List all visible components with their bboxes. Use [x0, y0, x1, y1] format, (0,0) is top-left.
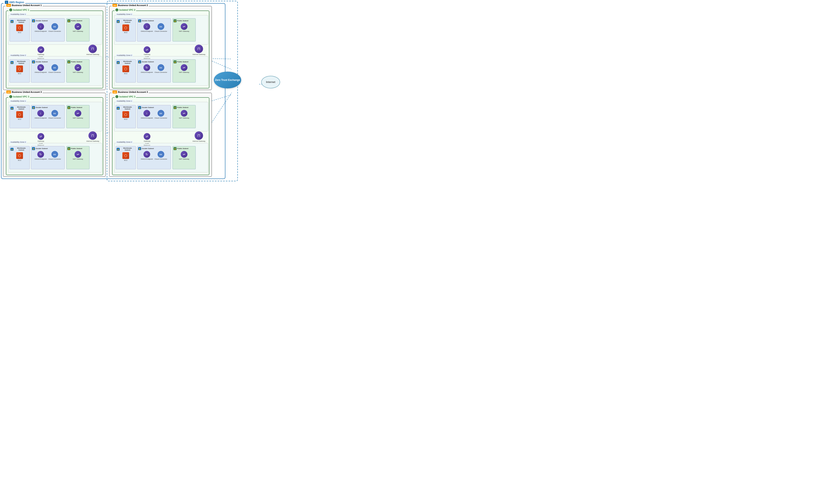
- aws-badge-3: aws: [6, 91, 11, 93]
- gwlb-4a2: ↻ GWLB Endpoint: [141, 151, 153, 160]
- cc-i-3a1: cc: [51, 110, 58, 116]
- zero-trust-exchange: Zero Trust Exchange: [214, 72, 241, 88]
- ec2-l-2az1: EC2: [124, 32, 127, 34]
- p2a2-label: Public Subnet: [177, 61, 188, 63]
- glb-i-3: ⇄: [37, 133, 44, 140]
- lb-z3a1: Zscaler Subnet: [36, 107, 48, 108]
- ec2-l-3a2: EC2: [18, 159, 21, 161]
- az1-l-3: Availability Zone 1: [10, 100, 27, 102]
- public-label: Public Subnet: [71, 20, 82, 22]
- vpc-name-2: Isolated VPC 2: [119, 8, 135, 11]
- nat-l-3a1: NAT Gateway: [73, 117, 83, 119]
- account-box-1: aws Business United Account 1 ⌂ Isolated…: [3, 6, 106, 90]
- az1-label-2: Availability Zone 1: [116, 13, 133, 15]
- ec2-2-az2: ⬡ EC2: [122, 66, 129, 74]
- igw-text-2: Internet Gateway: [193, 53, 205, 55]
- lb-w4a2: Workloads Subnet: [120, 147, 135, 151]
- vpc-box-3: ⌂ Isolated VPC 3 Availability Zone 1 🔒 W…: [6, 97, 103, 175]
- az1-box-1: Availability Zone 1 🔒 Workloads Subnet ⬡…: [8, 15, 102, 44]
- subnet-zscaler-2-az1: 🔒 Zscaler Subnet ↕ GWLB Endpoint cc Clou…: [137, 18, 171, 41]
- cc-3a2: cc Cloud Connector: [49, 151, 61, 160]
- gwlb-i-3a1: ↕: [37, 110, 44, 116]
- aws-region-label: ≡ AWS Region: [4, 1, 25, 4]
- vpc-n-4: Isolated VPC 3: [119, 95, 135, 98]
- sn-w3a1: 🔒 Workloads Subnet ⬡ EC2: [10, 105, 30, 128]
- igw-3: ⊓ Internet Gateway: [86, 131, 99, 142]
- nat-component: ⇌ NAT Gateway: [73, 23, 83, 32]
- sn-z4a1: 🔒 Zscaler Subnet ↕ GWLB Endpoint cc Clou…: [137, 105, 171, 128]
- cc-i-4a1: cc: [158, 110, 164, 116]
- az1-l-4: Availability Zone 1: [116, 100, 133, 102]
- nat-i-4a2: ⇌: [181, 151, 188, 158]
- ec2-l-3a1: EC2: [18, 118, 21, 120]
- lb-z3a2: Zscaler Subnet: [36, 148, 48, 149]
- cc-2-az1: cc Cloud Connector: [155, 23, 167, 32]
- sn-z3a2: 🔒 Zscaler Subnet ↻ GWLB Endpoint cc Clou…: [31, 146, 65, 169]
- nat-i-3a1: ⇌: [74, 110, 81, 116]
- aws-region-icon: ≡: [5, 1, 8, 4]
- az2-box-3: Availability Zone 2 🔒 Workloads Subnet ⬡…: [8, 143, 102, 173]
- vpc-box-1: ⌂ Isolated VPC 1 Availability Zone 1 🔒 W…: [6, 11, 103, 88]
- vpc-label-4: ⌂ Isolated VPC 3: [115, 95, 136, 98]
- sn-z3a1: 🔒 Zscaler Subnet ↕ GWLB Endpoint cc Clou…: [31, 105, 65, 128]
- ec2-icon-az2: ⬡: [16, 66, 23, 72]
- nat-l-3a2: NAT Gateway: [73, 158, 83, 160]
- nat-l-2az1: NAT Gateway: [179, 30, 189, 32]
- gwlb-i-4a1: ↕: [143, 110, 150, 116]
- ec2-icon: ⬡: [16, 24, 23, 31]
- lock-icon-2: 🔒: [32, 19, 35, 22]
- nat-i-2az2: ⇌: [181, 64, 188, 71]
- account-box-3: aws Business United Account 3 ⌂ Isolated…: [3, 93, 106, 177]
- glb-i-4: ⇄: [144, 133, 151, 140]
- gwlb-l-3a1: GWLB Endpoint: [35, 117, 47, 119]
- cc-l-2az1: Cloud Connector: [155, 30, 167, 32]
- gwlb-3a1: ↕ GWLB Endpoint: [35, 110, 47, 119]
- gwlb-4a1: ↕ GWLB Endpoint: [141, 110, 153, 119]
- cc-2-az2: cc Cloud Connector: [155, 64, 167, 73]
- nat-4a1: ⇌ NAT Gateway: [179, 110, 189, 119]
- z2a1-label: Zscaler Subnet: [142, 20, 154, 22]
- ec2-i-2az2: ⬡: [122, 66, 129, 72]
- nat-i-2az1: ⇌: [181, 23, 188, 30]
- gwlb-component: ↕ GWLB Endpoint: [35, 23, 47, 32]
- ec2-icon-2az1: ⬡: [122, 24, 129, 31]
- vpc-box-2: ⌂ Isolated VPC 2 Availability Zone 1 🔒 W…: [112, 11, 209, 88]
- nat-icon-az2: ⇌: [74, 64, 81, 71]
- account-label-2: aws Business United Account 2: [112, 4, 149, 7]
- lb-z4a1: Zscaler Subnet: [142, 107, 154, 108]
- az1-box-4: Availability Zone 1 🔒 Workloads Subnet ⬡…: [114, 102, 208, 131]
- subnet-workloads-2-az2: 🔒 Workloads Subnet ⬡ EC2: [116, 59, 136, 83]
- lk-z3a1: 🔒: [32, 106, 35, 109]
- cc-l-4a1: Cloud Connector: [155, 117, 167, 119]
- cc-i-2az2: cc: [158, 64, 164, 71]
- account-name-1: Business United Account 1: [12, 4, 42, 6]
- account-box-4: aws Business United Account 3 ⌂ Isolated…: [109, 93, 212, 177]
- igw-t-3: Internet Gateway: [86, 140, 99, 142]
- lk-p4a2: 🔒: [174, 147, 176, 150]
- nat-label: NAT Gateway: [73, 30, 83, 32]
- cc-label-az2: Cloud Connector: [49, 71, 61, 73]
- lb-w3a1: Workloads Subnet: [14, 106, 29, 110]
- gwlb-i-2az1: ↕: [143, 23, 150, 30]
- lock-p2a2: 🔒: [174, 60, 176, 64]
- cc-3a1: cc Cloud Connector: [49, 110, 61, 119]
- vpc-label-2: ⌂ Isolated VPC 2: [115, 8, 136, 11]
- lb-p4a1: Public Subnet: [177, 107, 188, 108]
- cc-4a2: cc Cloud Connector: [155, 151, 167, 160]
- gwlb-l-4a1: GWLB Endpoint: [141, 117, 153, 119]
- gwlb-i-3a2: ↻: [37, 151, 44, 158]
- cc-icon: cc: [51, 23, 58, 30]
- igw-2: ⊓ Internet Gateway: [193, 44, 205, 55]
- sn-p4a2: 🔒 Public Subnet ⇌ NAT Gateway: [173, 146, 196, 169]
- account-name-3: Business United Account 3: [12, 91, 42, 93]
- nat-2-az1: ⇌ NAT Gateway: [179, 23, 189, 32]
- subnet-public-2-az1: 🔒 Public Subnet ⇌ NAT Gateway: [173, 18, 196, 41]
- lk-w3a2: 🔒: [11, 148, 14, 151]
- cc-i-2az1: cc: [158, 23, 164, 30]
- vpc-i-3: ⌂: [9, 95, 12, 98]
- internet-cloud: Internet: [261, 76, 280, 88]
- az1-label-1: Availability Zone 1: [10, 13, 27, 15]
- lk-w3a1: 🔒: [11, 107, 14, 110]
- lock-w2a1: 🔒: [117, 20, 120, 23]
- diagram-container: ≡ AWS Region aws Business United Account…: [0, 0, 295, 183]
